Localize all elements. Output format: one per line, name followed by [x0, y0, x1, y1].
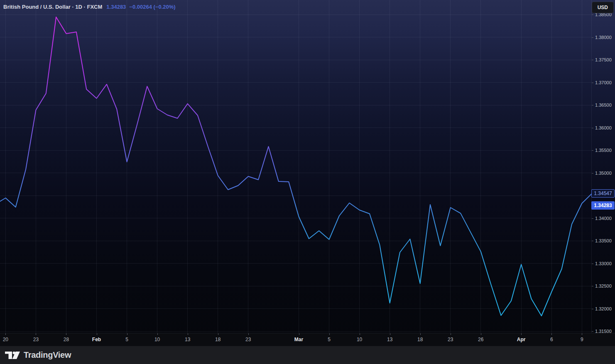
time-axis-tick	[36, 333, 36, 335]
price-axis-label: 1.38000	[595, 35, 612, 40]
time-axis-label: 18	[417, 337, 423, 342]
time-axis[interactable]: 202328Feb510131823Mar51013182326Apr69	[0, 333, 615, 346]
time-axis-tick	[521, 333, 522, 335]
time-axis-label: 10	[154, 337, 160, 342]
time-axis-tick	[188, 333, 188, 335]
time-axis-tick	[481, 333, 481, 335]
price-line	[0, 17, 591, 316]
price-axis-label: 1.32500	[595, 283, 612, 288]
price-axis-tick	[592, 83, 593, 83]
price-axis-label: 1.32000	[595, 306, 612, 311]
time-axis-label: Apr	[517, 337, 526, 342]
time-axis-tick	[248, 333, 249, 335]
time-axis-label: 6	[550, 337, 553, 342]
price-axis-tick	[592, 173, 593, 173]
time-axis-tick	[360, 333, 360, 335]
price-axis-label: 1.35000	[595, 171, 612, 176]
time-axis-label: 20	[3, 337, 8, 342]
time-axis-label: 23	[448, 337, 453, 342]
time-axis-tick	[5, 333, 6, 335]
time-axis-tick	[218, 333, 218, 335]
time-axis-tick	[390, 333, 390, 335]
chart-widget: 1.385001.380001.375001.370001.365001.360…	[0, 0, 615, 364]
time-axis-label: Mar	[294, 337, 303, 342]
current-price-marker: 1.34547	[591, 189, 615, 198]
chart-legend: British Pound / U.S. Dollar · 1D · FXCM1…	[3, 4, 176, 10]
price-axis-label: 1.35500	[595, 148, 612, 153]
time-axis-tick	[551, 333, 552, 335]
time-axis-tick	[127, 333, 127, 335]
time-axis-tick	[451, 333, 451, 335]
time-axis-tick	[299, 333, 299, 335]
logo-bar: TradingView	[0, 346, 615, 364]
last-price-value: 1.34283	[106, 4, 126, 10]
price-axis-tick	[592, 128, 593, 128]
time-axis-label: Feb	[92, 337, 101, 342]
time-axis-tick	[97, 333, 97, 335]
time-axis-label: 10	[357, 337, 362, 342]
price-axis-tick	[592, 241, 593, 241]
price-axis-tick	[592, 60, 593, 60]
price-axis-tick	[592, 264, 593, 264]
price-axis-label: 1.36500	[595, 103, 612, 107]
time-axis-label: 13	[387, 337, 392, 342]
price-axis-tick	[592, 309, 593, 309]
tradingview-logo-icon[interactable]	[5, 352, 20, 359]
time-axis-tick	[329, 333, 330, 335]
price-axis-tick	[592, 331, 593, 332]
time-axis-tick	[420, 333, 421, 335]
currency-button[interactable]: USD	[592, 2, 614, 13]
price-axis-label: 1.33000	[595, 261, 612, 266]
time-axis-label: 9	[581, 337, 583, 342]
symbol-title[interactable]: British Pound / U.S. Dollar · 1D · FXCM	[3, 4, 102, 10]
price-change-value: −0.00264 (−0.20%)	[129, 4, 175, 10]
time-axis-label: 5	[125, 337, 128, 342]
price-axis-tick	[592, 37, 593, 38]
time-axis-tick	[157, 333, 158, 335]
time-axis-label: 13	[185, 337, 190, 342]
price-axis-label: 1.34000	[595, 216, 612, 221]
price-axis-tick	[592, 218, 593, 219]
price-axis-tick	[592, 150, 593, 151]
time-axis-label: 23	[245, 337, 251, 342]
time-axis-label: 23	[33, 337, 39, 342]
last-close-price-marker: 1.34283	[591, 201, 615, 210]
time-axis-label: 18	[215, 337, 221, 342]
price-axis-tick	[592, 286, 593, 286]
time-axis-tick	[66, 333, 66, 335]
price-axis-label: 1.36000	[595, 125, 612, 130]
price-axis-label: 1.33500	[595, 238, 612, 243]
time-axis-tick	[582, 333, 582, 335]
time-axis-label: 26	[478, 337, 483, 342]
price-axis[interactable]: 1.385001.380001.375001.370001.365001.360…	[591, 0, 615, 333]
price-chart-canvas[interactable]	[0, 0, 591, 333]
time-axis-label: 28	[64, 337, 69, 342]
price-axis-tick	[592, 15, 593, 15]
price-axis-label: 1.37500	[595, 57, 612, 62]
price-axis-label: 1.37000	[595, 80, 612, 85]
time-axis-label: 5	[328, 337, 331, 342]
price-axis-tick	[592, 105, 593, 105]
tradingview-logo-text[interactable]: TradingView	[24, 350, 71, 360]
